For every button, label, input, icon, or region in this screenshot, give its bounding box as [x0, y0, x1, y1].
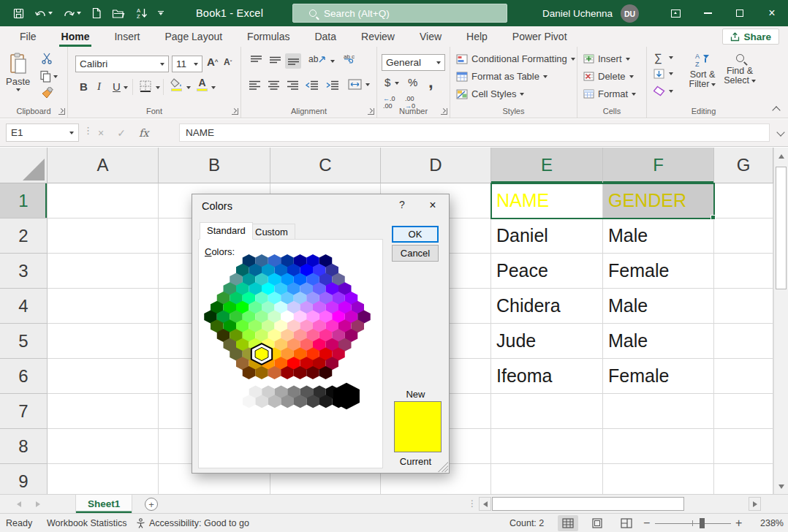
tab-view[interactable]: View: [407, 26, 454, 47]
zoom-level-button[interactable]: 238%: [750, 514, 784, 532]
close-button[interactable]: ×: [756, 0, 788, 26]
horizontal-scroll-thumb[interactable]: [492, 497, 684, 511]
save-button[interactable]: [13, 8, 24, 19]
conditional-formatting-button[interactable]: Conditional Formatting: [456, 53, 575, 64]
cell-E8[interactable]: [491, 429, 603, 464]
column-header-F[interactable]: F: [603, 148, 714, 183]
horizontal-scrollbar[interactable]: [479, 497, 761, 511]
cell-F8[interactable]: [603, 429, 714, 464]
ribbon-display-options-button[interactable]: [659, 0, 692, 26]
row-header-6[interactable]: 6: [0, 359, 48, 394]
fill-color-caret[interactable]: [186, 86, 191, 89]
paste-button[interactable]: Paste: [6, 53, 30, 91]
cell-G9[interactable]: [714, 464, 773, 494]
collapse-ribbon-button[interactable]: [772, 106, 780, 114]
column-header-E[interactable]: E: [491, 148, 603, 183]
tab-insert[interactable]: Insert: [102, 26, 152, 47]
cell-E1[interactable]: NAME: [491, 183, 603, 218]
row-header-5[interactable]: 5: [0, 324, 48, 359]
number-dialog-launcher[interactable]: [441, 108, 447, 115]
borders-button[interactable]: [140, 80, 151, 92]
cell-E6[interactable]: Ifeoma: [491, 359, 603, 394]
scroll-up-arrow[interactable]: [774, 149, 788, 164]
cell-F2[interactable]: Male: [603, 218, 714, 254]
font-color-caret[interactable]: [211, 86, 216, 89]
sort-az-button[interactable]: AZ: [135, 7, 148, 19]
cell-E7[interactable]: [491, 394, 603, 429]
cell-A8[interactable]: [48, 429, 159, 464]
zoom-slider-thumb[interactable]: [700, 518, 705, 528]
tab-review[interactable]: Review: [349, 26, 407, 47]
font-name-combo[interactable]: Calibri: [75, 56, 169, 72]
orientation-button[interactable]: ab: [308, 54, 327, 64]
accounting-format-caret[interactable]: [395, 82, 399, 85]
new-file-button[interactable]: [91, 7, 102, 19]
cell-A2[interactable]: [48, 218, 159, 254]
insert-cells-button[interactable]: Insert: [583, 53, 630, 64]
scroll-left-arrow[interactable]: [479, 497, 491, 511]
maximize-button[interactable]: [724, 0, 756, 26]
cell-G3[interactable]: [714, 254, 773, 289]
minimize-button[interactable]: [692, 0, 724, 26]
tab-page-layout[interactable]: Page Layout: [152, 26, 235, 47]
open-file-button[interactable]: [112, 8, 125, 19]
sheet-tab-sheet1[interactable]: Sheet1: [75, 495, 132, 513]
page-layout-view-button[interactable]: [587, 515, 607, 531]
fill-button[interactable]: [653, 69, 664, 79]
cell-F1[interactable]: GENDER: [603, 183, 714, 218]
increase-font-size-button[interactable]: A^: [207, 56, 219, 68]
page-break-view-button[interactable]: [616, 515, 637, 531]
cell-G2[interactable]: [714, 218, 773, 254]
cancel-entry-icon[interactable]: ×: [98, 127, 104, 139]
cell-F9[interactable]: [603, 464, 714, 494]
cell-G1[interactable]: [714, 183, 773, 218]
copy-button[interactable]: [39, 70, 58, 83]
clear-button[interactable]: [653, 86, 665, 96]
dialog-help-button[interactable]: ?: [394, 199, 410, 213]
vertical-scroll-thumb[interactable]: [776, 167, 787, 289]
orientation-caret[interactable]: [330, 60, 335, 63]
scroll-down-arrow[interactable]: [774, 479, 788, 494]
cell-A5[interactable]: [48, 324, 159, 359]
cell-F3[interactable]: Female: [603, 254, 714, 289]
cell-F7[interactable]: [603, 394, 714, 429]
cell-A4[interactable]: [48, 289, 159, 324]
comma-style-button[interactable]: ,: [428, 72, 433, 92]
cell-G7[interactable]: [714, 394, 773, 429]
wrap-text-button[interactable]: abc: [344, 53, 357, 64]
cell-G5[interactable]: [714, 324, 773, 359]
underline-button[interactable]: U: [113, 80, 121, 93]
row-header-9[interactable]: 9: [0, 464, 48, 494]
cell-G8[interactable]: [714, 429, 773, 464]
redo-button[interactable]: [63, 8, 81, 19]
scroll-right-arrow[interactable]: [749, 497, 761, 511]
align-center-button[interactable]: [266, 80, 281, 90]
tabbar-splitter[interactable]: ⋮: [468, 498, 477, 509]
borders-caret[interactable]: [156, 86, 160, 89]
cell-G4[interactable]: [714, 289, 773, 324]
column-header-B[interactable]: B: [159, 148, 270, 183]
font-size-combo[interactable]: 11: [172, 56, 202, 72]
cell-E9[interactable]: [491, 464, 603, 494]
insert-function-button[interactable]: fx: [139, 127, 149, 139]
dialog-close-button[interactable]: ×: [420, 196, 445, 215]
share-button[interactable]: Share: [722, 28, 779, 45]
vertical-scrollbar[interactable]: [773, 148, 788, 494]
autosum-caret[interactable]: [669, 56, 673, 59]
percent-style-button[interactable]: %: [408, 76, 417, 88]
name-box[interactable]: E1: [6, 123, 79, 142]
tab-power-pivot[interactable]: Power Pivot: [500, 26, 580, 47]
name-box-splitter[interactable]: ⋮: [83, 125, 93, 136]
zoom-out-button[interactable]: −: [643, 514, 650, 532]
row-header-4[interactable]: 4: [0, 289, 48, 324]
sort-filter-button[interactable]: AZ Sort & Filter: [685, 52, 720, 89]
format-painter-button[interactable]: [41, 87, 53, 99]
accounting-format-button[interactable]: $: [384, 76, 390, 88]
row-header-7[interactable]: 7: [0, 394, 48, 429]
bold-button[interactable]: B: [80, 80, 88, 93]
merge-center-caret[interactable]: [365, 83, 370, 86]
italic-button[interactable]: I: [97, 80, 101, 93]
tab-home[interactable]: Home: [49, 26, 102, 47]
next-sheet-arrow[interactable]: [31, 498, 45, 511]
customize-qat-button[interactable]: [158, 11, 164, 16]
